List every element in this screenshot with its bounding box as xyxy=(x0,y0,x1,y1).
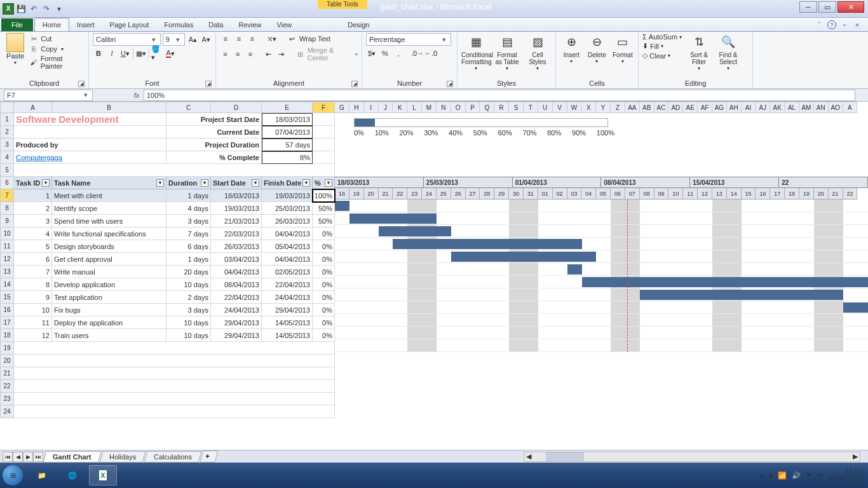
show-hidden-icons-icon[interactable]: ▴ xyxy=(760,471,764,480)
tab-view[interactable]: View xyxy=(269,18,300,31)
network-icon[interactable]: 📶 xyxy=(778,471,787,480)
format-cells-button[interactable]: ▭Format▾ xyxy=(611,33,634,64)
row-header[interactable]: 10 xyxy=(0,227,14,240)
col-header[interactable]: K xyxy=(393,102,407,113)
col-startdate[interactable]: Start Date▾ xyxy=(211,177,262,189)
tab-home[interactable]: Home xyxy=(34,18,69,31)
col-header[interactable]: R xyxy=(494,102,509,113)
col-header[interactable]: Y xyxy=(596,102,611,113)
producer-link[interactable]: Computergaga xyxy=(14,151,166,164)
row-header[interactable]: 24 xyxy=(0,405,14,418)
orientation-icon[interactable]: ⤭▾ xyxy=(266,33,277,44)
dialog-launcher-icon[interactable]: ◢ xyxy=(78,81,85,87)
gantt-bar[interactable] xyxy=(567,264,582,274)
clear-button[interactable]: ◇Clear▾ xyxy=(642,51,682,60)
help-icon[interactable]: ? xyxy=(827,20,836,29)
col-header[interactable]: T xyxy=(524,102,538,113)
border-button[interactable]: ▦▾ xyxy=(135,48,147,59)
save-icon[interactable]: 💾 xyxy=(15,3,27,15)
row-header[interactable]: 3 xyxy=(0,139,14,151)
row-header[interactable]: 13 xyxy=(0,266,14,278)
tab-page-layout[interactable]: Page Layout xyxy=(102,18,157,31)
accounting-format-icon[interactable]: $▾ xyxy=(366,48,377,59)
font-size-combo[interactable]: 9▾ xyxy=(163,33,186,46)
col-header[interactable]: A xyxy=(843,102,858,113)
col-finishdate[interactable]: Finish Date▾ xyxy=(262,177,313,189)
col-header[interactable]: AE xyxy=(683,102,698,113)
font-color-button[interactable]: A▾ xyxy=(165,48,176,59)
col-header[interactable]: F xyxy=(313,102,335,113)
align-bottom-icon[interactable]: ≡ xyxy=(247,33,258,44)
find-select-button[interactable]: 🔍Find & Select▾ xyxy=(716,33,740,71)
col-header[interactable]: I xyxy=(364,102,379,113)
format-painter-button[interactable]: 🖌Format Painter xyxy=(29,55,85,70)
row-header[interactable]: 6 xyxy=(0,177,14,189)
comma-format-icon[interactable]: , xyxy=(393,48,404,59)
horizontal-scrollbar[interactable]: ◀ ▶ xyxy=(524,452,860,462)
col-header[interactable]: M xyxy=(422,102,437,113)
col-header[interactable]: G xyxy=(335,102,349,113)
tab-insert[interactable]: Insert xyxy=(69,18,102,31)
gantt-bar[interactable] xyxy=(379,226,451,236)
col-header[interactable]: AI xyxy=(742,102,756,113)
col-header[interactable]: AN xyxy=(814,102,829,113)
col-header[interactable]: H xyxy=(349,102,364,113)
filter-icon[interactable]: ▾ xyxy=(325,179,332,187)
new-sheet-button[interactable]: ✦ xyxy=(200,451,218,463)
restore-window-icon[interactable]: ▫ xyxy=(840,20,849,29)
row-header[interactable]: 2 xyxy=(0,126,14,139)
taskbar-explorer[interactable]: 📁 xyxy=(28,465,56,485)
filter-icon[interactable]: ▾ xyxy=(252,179,259,187)
col-header[interactable]: AM xyxy=(799,102,814,113)
close-workbook-icon[interactable]: × xyxy=(853,20,862,29)
excel-icon[interactable]: X xyxy=(3,3,14,15)
row-header[interactable]: 14 xyxy=(0,278,14,291)
tab-review[interactable]: Review xyxy=(231,18,269,31)
row-header[interactable]: 22 xyxy=(0,380,14,393)
undo-icon[interactable]: ↶ xyxy=(28,3,39,15)
row-header[interactable]: 9 xyxy=(0,215,14,227)
col-header[interactable]: AJ xyxy=(756,102,770,113)
col-header[interactable]: B xyxy=(52,102,166,113)
copy-button[interactable]: ⎘Copy▾ xyxy=(29,44,85,53)
filter-icon[interactable]: ▾ xyxy=(201,179,208,187)
sheet-tab[interactable]: Calculations xyxy=(144,451,201,463)
start-button[interactable]: ⊞ xyxy=(0,463,25,488)
indent-increase-icon[interactable]: ⇥ xyxy=(276,48,287,60)
col-header[interactable]: Q xyxy=(480,102,494,113)
indent-decrease-icon[interactable]: ⇤ xyxy=(263,48,274,60)
col-header[interactable]: AH xyxy=(727,102,742,113)
col-header[interactable]: C xyxy=(166,102,211,113)
italic-button[interactable]: I xyxy=(106,48,118,59)
font-name-combo[interactable]: Calibri▾ xyxy=(93,33,161,46)
col-header[interactable]: W xyxy=(567,102,582,113)
row-header[interactable]: 16 xyxy=(0,304,14,316)
col-header[interactable]: AO xyxy=(829,102,843,113)
sheet-tab[interactable]: Gantt Chart xyxy=(43,451,101,463)
col-header[interactable]: X xyxy=(581,102,596,113)
decrease-decimal-icon[interactable]: ←.0 xyxy=(425,48,437,59)
scroll-thumb[interactable] xyxy=(546,452,584,461)
col-header[interactable]: AB xyxy=(640,102,654,113)
filter-icon[interactable]: ▾ xyxy=(42,179,50,187)
filter-icon[interactable]: ▾ xyxy=(156,179,164,187)
align-left-icon[interactable]: ≡ xyxy=(220,48,231,60)
gantt-bar[interactable] xyxy=(451,252,597,262)
name-box[interactable]: F7▾ xyxy=(4,90,93,101)
col-header[interactable]: AC xyxy=(654,102,669,113)
volume-icon[interactable]: 🔊 xyxy=(792,471,801,480)
qat-dropdown-icon[interactable]: ▾ xyxy=(53,3,65,15)
align-right-icon[interactable]: ≡ xyxy=(245,48,256,60)
col-header[interactable]: AG xyxy=(712,102,727,113)
shrink-font-icon[interactable]: A▾ xyxy=(200,34,212,45)
tab-nav-prev-icon[interactable]: ◀ xyxy=(13,452,23,462)
tab-formulas[interactable]: Formulas xyxy=(156,18,201,31)
col-header[interactable]: V xyxy=(553,102,567,113)
insert-cells-button[interactable]: ⊕Insert▾ xyxy=(560,33,583,64)
fx-icon[interactable]: fx xyxy=(131,92,142,99)
row-header[interactable]: 21 xyxy=(0,367,14,380)
tab-file[interactable]: File xyxy=(1,18,33,31)
gantt-bar[interactable] xyxy=(843,302,868,313)
wrap-text-button[interactable]: Wrap Text xyxy=(299,35,330,43)
merge-center-button[interactable]: Merge & Center xyxy=(308,46,353,62)
